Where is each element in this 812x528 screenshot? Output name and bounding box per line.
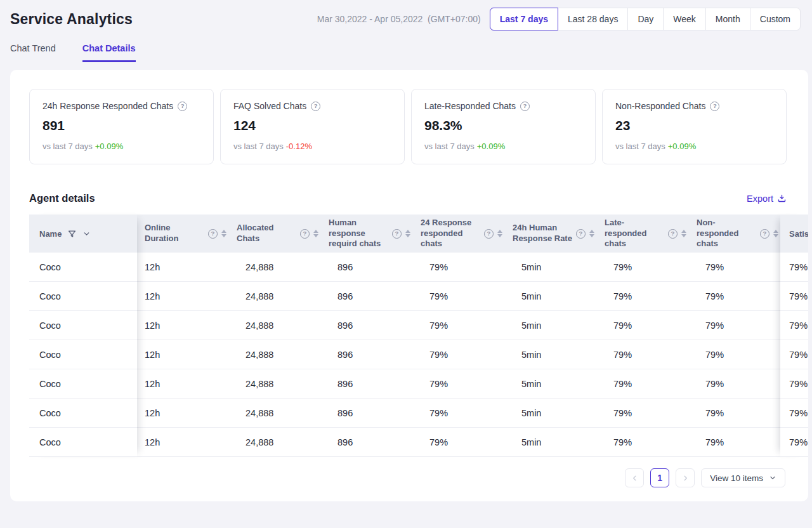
date-range-button-group: Last 7 daysLast 28 daysDayWeekMonthCusto… [490,8,801,30]
sort-icon[interactable] [221,230,226,237]
help-icon[interactable]: ? [300,229,310,239]
help-icon[interactable]: ? [311,102,320,111]
help-icon[interactable]: ? [208,229,218,239]
cell: 79% [689,428,780,456]
cell: 5min [505,369,597,398]
chevron-down-icon [769,474,776,482]
table-row-name-cell: Coco [29,369,137,399]
stat-card-value: 23 [615,118,773,133]
compare-prefix: vs last 7 days [43,142,93,151]
table-row-pinned-cell: 79% [780,253,808,282]
column-header-24-response-responded-chats[interactable]: 24 Response responded chats? [413,214,505,253]
chevron-right-icon [681,474,690,482]
pagination: 1 View 10 items [10,457,808,487]
sort-icon[interactable] [497,230,502,237]
date-range-label: Mar 30,2022 - Apr 05,2022 (GMT+07:00) [317,14,481,24]
help-icon[interactable]: ? [760,229,769,239]
pinned-column-satisfaction: Satis 79%79%79%79%79%79%79% [780,214,808,457]
topbar: Service Analytics Mar 30,2022 - Apr 05,2… [0,0,812,30]
range-button-last-7-days[interactable]: Last 7 days [490,8,558,30]
stat-card-label: Late-Responded Chats? [424,101,582,111]
table-row-name-cell: Coco [29,428,137,457]
table-row: 12h24,88889679%5min79%79% [137,428,780,457]
column-header-label: 24h Human Response Rate [513,223,572,244]
column-header-name[interactable]: Name [29,214,137,253]
sort-icon[interactable] [405,230,410,237]
satisfaction-column-label: Satis [789,229,808,239]
filter-icon[interactable] [67,229,77,239]
cell: 24,888 [229,282,321,310]
next-page-button[interactable] [676,468,695,487]
cell: 5min [505,253,597,281]
prev-page-button[interactable] [625,468,644,487]
name-column-label: Name [39,229,62,239]
stat-card-compare: vs last 7 days-0.12% [233,142,391,151]
compare-prefix: vs last 7 days [424,142,475,151]
help-icon[interactable]: ? [392,229,402,239]
range-button-custom[interactable]: Custom [750,8,801,30]
cell: 24,888 [229,340,321,369]
table-row: 12h24,88889679%5min79%79% [137,369,780,399]
cell: 79% [597,340,689,369]
table-row-pinned-cell: 79% [780,282,808,311]
help-icon[interactable]: ? [520,102,530,111]
help-icon[interactable]: ? [484,229,494,239]
cell: 896 [321,369,413,398]
chevron-down-icon[interactable] [82,230,91,238]
download-icon [777,194,787,203]
sort-icon[interactable] [589,230,594,237]
cell: 896 [321,399,413,427]
stat-card-label-text: Late-Responded Chats [424,101,516,111]
cell: 896 [321,253,413,281]
table-header-row: Online Duration?Allocated Chats?Human re… [137,214,780,253]
column-header-label: Online Duration [145,223,204,244]
help-icon[interactable]: ? [668,229,678,239]
stat-card-label-text: Non-Responded Chats [615,101,705,111]
table-row-pinned-cell: 79% [780,311,808,340]
tab-chat-details[interactable]: Chat Details [82,43,136,62]
compare-delta: -0.12% [286,142,312,151]
stat-card: Late-Responded Chats?98.3%vs last 7 days… [411,89,596,164]
date-range-text: Mar 30,2022 - Apr 05,2022 [317,14,423,24]
cell: 79% [413,428,505,456]
compare-delta: +0.09% [477,142,505,151]
help-icon[interactable]: ? [710,102,719,111]
sort-icon[interactable] [773,230,778,237]
page-size-select[interactable]: View 10 items [701,468,785,487]
export-button[interactable]: Export [747,194,787,204]
help-icon[interactable]: ? [178,102,187,111]
range-button-last-28-days[interactable]: Last 28 days [558,8,628,30]
tab-chat-trend[interactable]: Chat Trend [10,43,56,62]
column-header-late-responded-chats[interactable]: Late-responded chats? [597,214,689,253]
help-icon[interactable]: ? [576,229,586,239]
range-button-day[interactable]: Day [627,8,664,30]
column-header-human-response-requird-chats[interactable]: Human response requird chats? [321,214,413,253]
column-header-online-duration[interactable]: Online Duration? [137,214,229,253]
page: Service Analytics Mar 30,2022 - Apr 05,2… [0,0,812,501]
column-header-non-responded-chats[interactable]: Non-responded chats? [689,214,780,253]
cell: 79% [689,282,780,310]
sort-icon[interactable] [313,230,318,237]
timezone-text: (GMT+07:00) [428,14,481,24]
cell: 896 [321,340,413,369]
column-header-24h-human-response-rate[interactable]: 24h Human Response Rate? [505,214,597,253]
column-header-label: Allocated Chats [237,223,296,244]
cell: 12h [137,428,229,456]
page-number-button[interactable]: 1 [650,468,669,487]
column-header-allocated-chats[interactable]: Allocated Chats? [229,214,321,253]
column-header-label: Late-responded chats [605,218,664,250]
column-header-satisfaction[interactable]: Satis [780,214,808,253]
range-button-week[interactable]: Week [663,8,706,30]
column-header-label: Non-responded chats [697,218,756,250]
stat-card-compare: vs last 7 days+0.09% [424,142,582,151]
stat-cards: 24h Response Responded Chats?891vs last … [10,89,808,164]
cell: 79% [413,369,505,398]
range-button-month[interactable]: Month [705,8,750,30]
sort-icon[interactable] [681,230,686,237]
stat-card-compare: vs last 7 days+0.09% [43,142,200,151]
cell: 79% [413,282,505,310]
column-header-label: 24 Response responded chats [421,218,480,250]
cell: 24,888 [229,428,321,456]
table-row: 12h24,88889679%5min79%79% [137,311,780,340]
cell: 896 [321,428,413,456]
